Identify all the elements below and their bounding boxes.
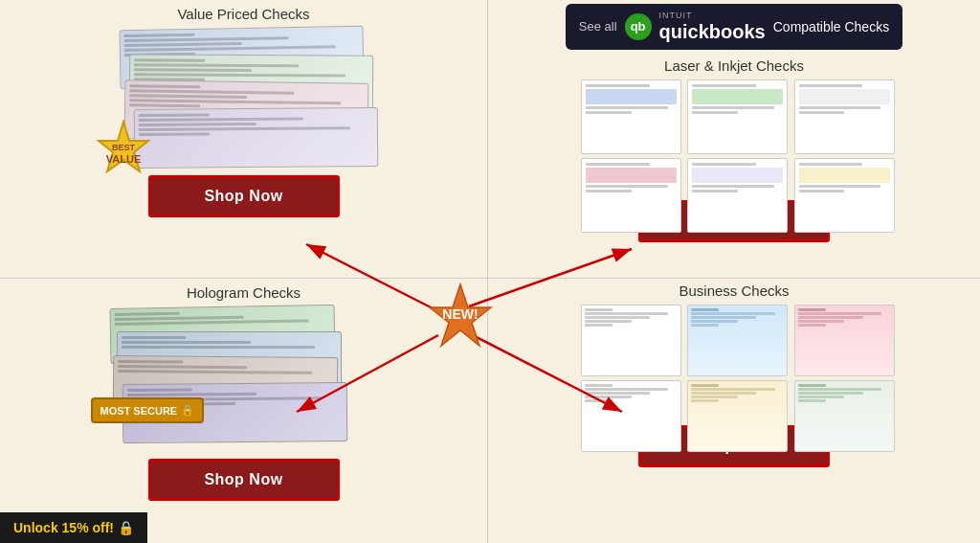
svg-text:VALUE: VALUE [105, 153, 140, 165]
hologram-checks-title: Hologram Checks [187, 284, 301, 301]
hologram-checks-shop-now-button[interactable]: Shop Now [148, 459, 340, 501]
value-checks-image: BEST VALUE [91, 28, 397, 171]
new-badge: NEW! [426, 283, 495, 351]
value-checks-shop-now-button[interactable]: Shop Now [148, 175, 340, 217]
svg-text:NEW!: NEW! [442, 306, 478, 322]
value-checks-section: Value Priced Checks [0, 0, 488, 278]
hologram-checks-section: Hologram Checks MOST SECURE � [0, 279, 488, 543]
lock-icon: 🔒 [181, 404, 194, 417]
business-checks-image [581, 305, 887, 419]
value-checks-title: Value Priced Checks [177, 6, 309, 22]
laser-checks-title: Laser & Inkjet Checks [664, 57, 804, 74]
compatible-text: Compatible Checks [773, 19, 889, 34]
business-checks-title: Business Checks [679, 283, 789, 299]
most-secure-badge: MOST SECURE 🔒 [91, 397, 205, 423]
quickbooks-logo: qb [625, 13, 652, 40]
see-all-text: See all [579, 19, 617, 34]
svg-text:BEST: BEST [111, 143, 135, 152]
quickbooks-banner[interactable]: See all qb INTUIT quickbooks Compatible … [566, 4, 902, 50]
intuit-text: INTUIT [659, 11, 766, 21]
top-row: Value Priced Checks [0, 0, 980, 278]
most-secure-text: MOST SECURE [100, 405, 178, 417]
laser-checks-image [581, 79, 887, 194]
quickbooks-brand-text: INTUIT quickbooks [659, 11, 766, 42]
quickbooks-text: quickbooks [659, 21, 766, 42]
unlock-bar[interactable]: Unlock 15% off! 🔒 [0, 512, 147, 543]
main-container: Value Priced Checks [0, 0, 980, 543]
best-value-badge: BEST VALUE [89, 120, 158, 189]
business-checks-section: Business Checks [488, 279, 980, 543]
laser-checks-section: See all qb INTUIT quickbooks Compatible … [488, 0, 980, 278]
hologram-checks-image: MOST SECURE 🔒 [96, 306, 392, 455]
unlock-text: Unlock 15% off! 🔒 [13, 520, 134, 535]
